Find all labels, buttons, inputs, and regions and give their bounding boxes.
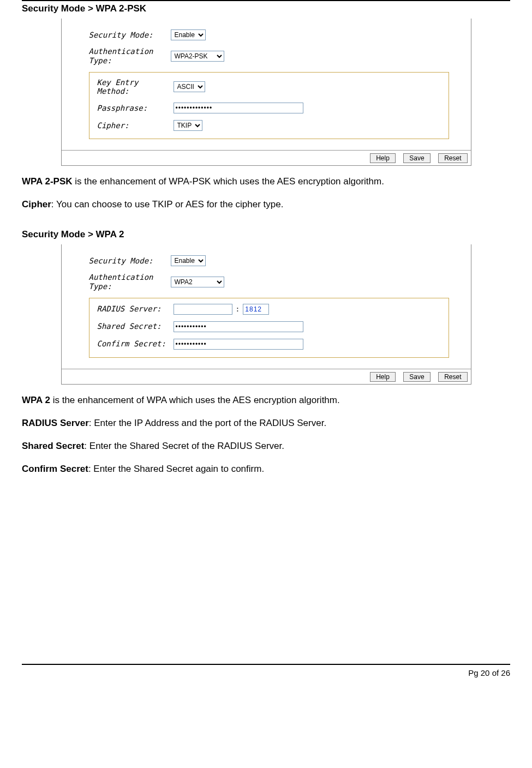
help-button[interactable]: Help <box>370 153 396 163</box>
security-mode-select[interactable]: Enable <box>171 29 206 40</box>
key-settings-group: Key Entry Method: ASCII Passphrase: Ciph… <box>89 72 449 140</box>
save-button[interactable]: Save <box>403 153 430 163</box>
term-radius: RADIUS Server <box>22 418 89 428</box>
term-wpa2psk: WPA 2-PSK <box>22 176 73 187</box>
security-mode-label: Security Mode: <box>89 256 171 266</box>
reset-button[interactable]: Reset <box>438 153 467 163</box>
auth-type-select[interactable]: WPA2-PSK <box>171 51 224 62</box>
reset-button[interactable]: Reset <box>438 372 467 382</box>
radius-port-input[interactable] <box>243 304 269 315</box>
save-button[interactable]: Save <box>403 372 430 382</box>
config-panel-wpa2psk: Security Mode: Enable Authentication Typ… <box>61 19 471 166</box>
key-entry-select[interactable]: ASCII <box>174 81 205 92</box>
desc-radius: RADIUS Server: Enter the IP Address and … <box>22 414 510 433</box>
auth-type-label: Authentication Type: <box>89 273 171 291</box>
page-footer: Pg 20 of 26 <box>22 664 510 688</box>
security-mode-select[interactable]: Enable <box>171 255 206 266</box>
confirm-secret-label: Confirm Secret: <box>97 339 174 349</box>
auth-type-label: Authentication Type: <box>89 47 171 65</box>
auth-type-select[interactable]: WPA2 <box>171 277 224 287</box>
page-number: Pg 20 of 26 <box>468 668 510 677</box>
radius-server-label: RADIUS Server: <box>97 304 174 314</box>
config-panel-wpa2: Security Mode: Enable Authentication Typ… <box>61 244 471 385</box>
shared-secret-input[interactable] <box>174 321 303 332</box>
desc-shared-secret: Shared Secret: Enter the Shared Secret o… <box>22 437 510 455</box>
desc-confirm-secret: Confirm Secret: Enter the Shared Secret … <box>22 460 510 478</box>
security-mode-label: Security Mode: <box>89 31 171 40</box>
button-bar: Help Save Reset <box>62 369 471 384</box>
desc-wpa2: WPA 2 is the enhancement of WPA which us… <box>22 391 510 410</box>
passphrase-label: Passphrase: <box>97 104 174 113</box>
radius-settings-group: RADIUS Server: : Shared Secret: Confirm … <box>89 298 449 358</box>
shared-secret-label: Shared Secret: <box>97 322 174 331</box>
desc-wpa2psk: WPA 2-PSK is the enhancement of WPA-PSK … <box>22 172 510 191</box>
radius-separator: : <box>236 305 240 313</box>
cipher-label: Cipher: <box>97 121 174 130</box>
term-cipher: Cipher <box>22 199 51 209</box>
radius-ip-input[interactable] <box>174 304 232 315</box>
confirm-secret-input[interactable] <box>174 339 303 350</box>
key-entry-label: Key Entry Method: <box>97 78 174 97</box>
button-bar: Help Save Reset <box>62 150 471 165</box>
help-button[interactable]: Help <box>370 372 396 382</box>
section-heading-wpa2: Security Mode > WPA 2 <box>22 229 510 240</box>
cipher-select[interactable]: TKIP <box>174 120 202 131</box>
term-shared-secret: Shared Secret <box>22 441 84 451</box>
passphrase-input[interactable] <box>174 103 303 113</box>
term-confirm-secret: Confirm Secret <box>22 464 88 474</box>
desc-cipher: Cipher: You can choose to use TKIP or AE… <box>22 195 510 214</box>
section-heading-wpa2psk: Security Mode > WPA 2-PSK <box>22 3 510 14</box>
term-wpa2: WPA 2 <box>22 395 50 405</box>
